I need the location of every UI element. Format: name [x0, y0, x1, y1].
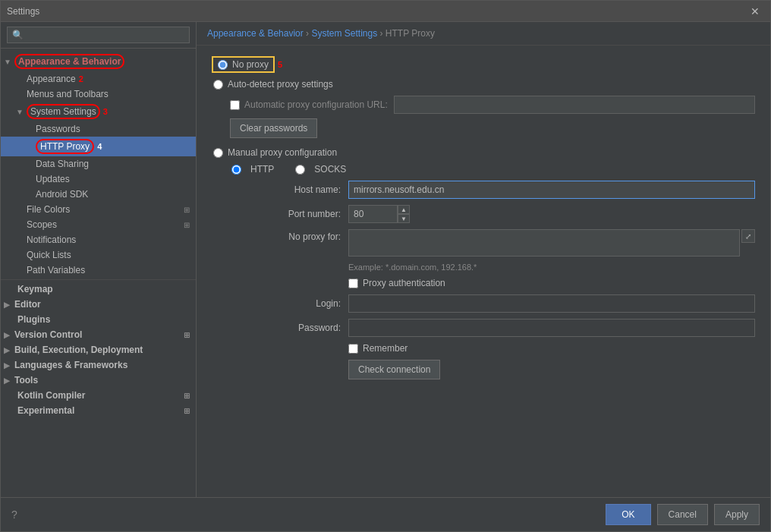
breadcrumb-part3: HTTP Proxy: [386, 28, 435, 39]
arrow-icon: ▶: [4, 361, 13, 370]
sidebar-item-keymap[interactable]: Keymap: [1, 282, 196, 297]
annotation-5: 5: [278, 60, 282, 69]
auto-detect-label: Auto-detect proxy settings: [228, 79, 333, 90]
android-sdk-label: Android SDK: [36, 189, 88, 200]
sidebar-item-build-exec-deploy[interactable]: ▶ Build, Execution, Deployment: [1, 342, 196, 357]
build-exec-deploy-label: Build, Execution, Deployment: [14, 345, 143, 355]
sidebar-item-plugins[interactable]: Plugins: [1, 312, 196, 327]
no-proxy-for-input[interactable]: [348, 229, 740, 257]
breadcrumb-part2[interactable]: System Settings: [311, 28, 377, 39]
passwords-label: Passwords: [36, 124, 80, 134]
add-icon[interactable]: ⊞: [184, 331, 190, 339]
sidebar-item-menus-toolbars[interactable]: Menus and Toolbars: [1, 87, 196, 102]
kotlin-compiler-label: Kotlin Compiler: [17, 390, 85, 401]
version-control-label: Version Control: [14, 329, 82, 340]
http-radio[interactable]: [231, 165, 241, 175]
apply-button[interactable]: Apply: [714, 504, 760, 525]
port-input-group: ▲ ▼: [348, 205, 410, 223]
remember-row[interactable]: Remember: [348, 343, 755, 354]
port-decrement-button[interactable]: ▼: [398, 214, 410, 223]
settings-dialog: Settings ✕ ▼ Appearance & Behavior Appea…: [0, 0, 771, 532]
arrow-icon: ▶: [4, 301, 13, 309]
add-icon[interactable]: ⊞: [184, 206, 190, 214]
breadcrumb: Appearance & Behavior › System Settings …: [197, 22, 770, 46]
sidebar-item-kotlin-compiler[interactable]: Kotlin Compiler ⊞: [1, 388, 196, 403]
manual-proxy-radio[interactable]: [213, 148, 223, 158]
http-label: HTTP: [250, 164, 274, 175]
arrow-icon: ▶: [4, 346, 13, 354]
port-row: Port number: ▲ ▼: [212, 205, 755, 223]
sidebar-item-languages-frameworks[interactable]: ▶ Languages & Frameworks: [1, 357, 196, 373]
remember-label: Remember: [363, 343, 408, 354]
http-socks-row: HTTP SOCKS: [231, 164, 755, 175]
manual-proxy-row[interactable]: Manual proxy configuration: [213, 147, 755, 158]
search-input[interactable]: [7, 27, 190, 43]
data-sharing-label: Data Sharing: [36, 159, 89, 169]
panel-content: No proxy 5 Auto-detect proxy settings Au…: [197, 46, 770, 497]
sidebar-item-notifications[interactable]: Notifications: [1, 232, 196, 247]
remember-checkbox[interactable]: [348, 344, 358, 354]
arrow-icon: ▶: [4, 376, 13, 385]
sidebar-item-experimental[interactable]: Experimental ⊞: [1, 403, 196, 418]
sidebar-item-editor[interactable]: ▶ Editor: [1, 297, 196, 312]
auto-detect-radio[interactable]: [213, 80, 223, 90]
sidebar-item-http-proxy[interactable]: HTTP Proxy 4: [1, 137, 196, 156]
login-input[interactable]: [348, 294, 755, 313]
no-proxy-radio[interactable]: [218, 60, 228, 70]
add-icon[interactable]: ⊞: [184, 407, 190, 415]
expand-button[interactable]: ⤢: [741, 229, 755, 243]
clear-passwords-row: Clear passwords: [230, 118, 755, 138]
sidebar-item-tools[interactable]: ▶ Tools: [1, 373, 196, 388]
title-bar: Settings ✕: [1, 1, 770, 22]
check-connection-button[interactable]: Check connection: [348, 360, 440, 379]
sidebar-item-system-settings[interactable]: ▼ System Settings 3: [1, 102, 196, 121]
http-proxy-label: HTTP Proxy: [36, 139, 94, 154]
sidebar-item-appearance[interactable]: Appearance 2: [1, 71, 196, 87]
menus-toolbars-label: Menus and Toolbars: [27, 89, 109, 99]
help-icon[interactable]: ?: [11, 508, 17, 521]
sidebar-item-version-control[interactable]: ▶ Version Control ⊞: [1, 327, 196, 342]
auto-proxy-checkbox[interactable]: [230, 100, 240, 110]
password-input[interactable]: [348, 319, 755, 337]
ok-button[interactable]: OK: [606, 504, 650, 525]
sidebar-item-appearance-behavior[interactable]: ▼ Appearance & Behavior: [1, 52, 196, 71]
keymap-label: Keymap: [17, 284, 53, 294]
clear-passwords-button[interactable]: Clear passwords: [230, 118, 317, 138]
breadcrumb-part1[interactable]: Appearance & Behavior: [207, 28, 304, 39]
sidebar-item-updates[interactable]: Updates: [1, 172, 196, 187]
no-proxy-for-group: ⤢: [348, 229, 755, 257]
auto-proxy-url-input[interactable]: [394, 96, 755, 114]
check-connection-container: Check connection: [348, 360, 755, 379]
tools-label: Tools: [14, 375, 38, 386]
login-form-label: Login:: [212, 298, 348, 309]
editor-label: Editor: [14, 299, 41, 310]
annotation-2: 2: [79, 74, 83, 83]
hostname-input[interactable]: [348, 181, 755, 199]
add-icon[interactable]: ⊞: [184, 392, 190, 400]
sidebar-tree: ▼ Appearance & Behavior Appearance 2 Men…: [1, 49, 196, 497]
search-box[interactable]: [1, 22, 196, 49]
appearance-behavior-label: Appearance & Behavior: [14, 54, 124, 69]
annotation-3: 3: [103, 107, 108, 116]
arrow-icon: ▼: [4, 58, 13, 66]
port-input[interactable]: [348, 205, 398, 223]
sidebar-item-scopes[interactable]: Scopes ⊞: [1, 217, 196, 232]
sidebar-item-quick-lists[interactable]: Quick Lists: [1, 247, 196, 263]
sidebar-item-path-variables[interactable]: Path Variables: [1, 263, 196, 278]
socks-radio[interactable]: [295, 165, 305, 175]
no-proxy-row[interactable]: No proxy 5: [212, 56, 755, 73]
port-spinner: ▲ ▼: [398, 205, 410, 223]
add-icon[interactable]: ⊞: [184, 221, 190, 229]
auto-detect-row[interactable]: Auto-detect proxy settings: [213, 79, 755, 90]
proxy-auth-checkbox[interactable]: [348, 279, 358, 288]
sidebar-item-android-sdk[interactable]: Android SDK: [1, 187, 196, 202]
cancel-button[interactable]: Cancel: [657, 504, 708, 525]
proxy-auth-row[interactable]: Proxy authentication: [348, 278, 755, 288]
no-proxy-for-row: No proxy for: ⤢: [212, 229, 755, 257]
port-increment-button[interactable]: ▲: [398, 205, 410, 214]
sidebar-item-data-sharing[interactable]: Data Sharing: [1, 156, 196, 172]
close-button[interactable]: ✕: [746, 4, 764, 19]
example-text: Example: *.domain.com, 192.168.*: [348, 263, 755, 272]
sidebar-item-file-colors[interactable]: File Colors ⊞: [1, 202, 196, 217]
sidebar-item-passwords[interactable]: Passwords: [1, 121, 196, 137]
